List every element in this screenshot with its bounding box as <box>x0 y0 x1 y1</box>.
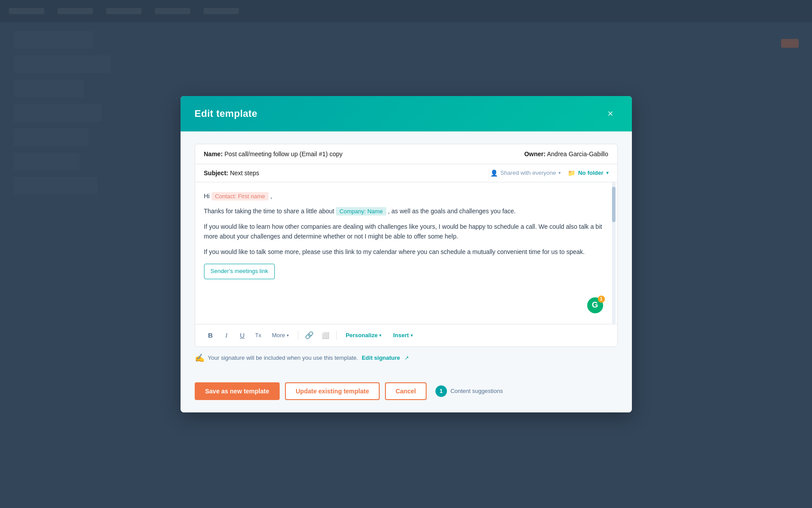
template-subject-field: Subject: Next steps <box>204 169 259 177</box>
folder-label: No folder <box>578 169 603 176</box>
template-owner-field: Owner: Andrea Garcia-Gabillo <box>524 150 608 158</box>
grammarly-notification-badge: 1 <box>598 296 605 303</box>
insert-dropdown-button[interactable]: Insert ▾ <box>389 330 417 341</box>
name-label: Name: <box>204 150 223 158</box>
sharing-label: Shared with everyone <box>500 169 556 176</box>
meetings-link-button[interactable]: Sender's meetings link <box>204 264 275 279</box>
modal-close-button[interactable]: × <box>604 107 618 121</box>
template-name-field: Name: Post call/meeting follow up (Email… <box>204 150 343 158</box>
update-existing-template-button[interactable]: Update existing template <box>285 382 380 400</box>
content-suggestions-count: 1 <box>435 385 447 397</box>
grammarly-badge[interactable]: G 1 <box>587 297 603 313</box>
editor-scrollbar-thumb <box>612 187 616 222</box>
modal-header: Edit template × <box>181 96 632 131</box>
content-suggestions-button[interactable]: 1 Content suggestions <box>435 385 503 397</box>
para2-text: If you would like to learn how other com… <box>204 223 602 240</box>
greeting-line: Hi Contact: First name , <box>204 191 608 201</box>
owner-value: Andrea Garcia-Gabillo <box>547 150 608 158</box>
signature-notice: ✍ Your signature will be included when y… <box>195 347 618 372</box>
template-card: Name: Post call/meeting follow up (Email… <box>195 144 618 347</box>
insert-chevron-icon: ▾ <box>411 333 413 338</box>
image-icon: ⬜ <box>322 332 329 339</box>
modal-footer: Save as new template Update existing tem… <box>181 382 632 412</box>
para3-line: If you would like to talk some more, ple… <box>204 247 608 257</box>
subject-label: Subject: <box>204 169 228 177</box>
content-suggestions-label: Content suggestions <box>450 388 503 394</box>
meetings-link-line: Sender's meetings link <box>204 262 608 279</box>
modal-body: Name: Post call/meeting follow up (Email… <box>181 131 632 382</box>
modal-title: Edit template <box>195 108 258 119</box>
folder-chevron-icon: ▾ <box>606 170 608 175</box>
template-subject-row: Subject: Next steps 👤 Shared with everyo… <box>195 164 617 182</box>
more-dropdown-button[interactable]: More ▾ <box>268 330 294 341</box>
folder-icon: 📁 <box>568 169 575 177</box>
cancel-button[interactable]: Cancel <box>385 382 427 400</box>
toolbar-separator-2 <box>336 331 337 340</box>
para2-line: If you would like to learn how other com… <box>204 222 608 242</box>
image-button[interactable]: ⬜ <box>319 329 332 342</box>
owner-label: Owner: <box>524 150 546 158</box>
toolbar-separator-1 <box>298 331 298 340</box>
editor-scrollbar[interactable] <box>612 182 616 324</box>
company-name-token[interactable]: Company: Name <box>336 207 386 216</box>
para3-text: If you would like to talk some more, ple… <box>204 248 585 255</box>
subject-right-controls: 👤 Shared with everyone ▾ 📁 No folder ▾ <box>490 169 608 177</box>
folder-dropdown[interactable]: 📁 No folder ▾ <box>568 169 608 177</box>
template-name-row: Name: Post call/meeting follow up (Email… <box>195 144 617 164</box>
link-icon: 🔗 <box>305 331 314 339</box>
edit-template-modal: Edit template × Name: Post call/meeting … <box>181 96 632 412</box>
more-chevron-icon: ▾ <box>287 333 289 338</box>
link-button[interactable]: 🔗 <box>303 329 316 342</box>
more-label: More <box>272 332 285 339</box>
email-editor-container: Hi Contact: First name , Thanks for taki… <box>195 182 617 346</box>
insert-label: Insert <box>393 332 408 339</box>
person-icon: 👤 <box>490 169 498 177</box>
clear-format-button[interactable]: Tx <box>252 329 265 342</box>
sharing-dropdown[interactable]: 👤 Shared with everyone ▾ <box>490 169 561 177</box>
personalize-chevron-icon: ▾ <box>379 333 381 338</box>
italic-button[interactable]: I <box>220 329 233 342</box>
signature-icon: ✍ <box>195 353 204 363</box>
subject-value: Next steps <box>230 169 259 177</box>
template-name-value: Post call/meeting follow up (Email #1) c… <box>224 150 343 158</box>
para1-end-text: , as well as the goals and challenges yo… <box>388 208 516 215</box>
comma-text: , <box>270 192 272 200</box>
modal-overlay: Edit template × Name: Post call/meeting … <box>0 0 812 508</box>
bold-button[interactable]: B <box>204 329 217 342</box>
para1-text: Thanks for taking the time to share a li… <box>204 208 335 215</box>
external-link-icon: ↗ <box>404 355 409 361</box>
grammarly-icon: G <box>592 299 598 312</box>
underline-button[interactable]: U <box>236 329 249 342</box>
contact-first-name-token[interactable]: Contact: First name <box>212 192 269 200</box>
edit-signature-link[interactable]: Edit signature <box>362 354 400 361</box>
personalize-label: Personalize <box>346 332 377 339</box>
editor-toolbar: B I U Tx More ▾ 🔗 ⬜ <box>195 324 617 346</box>
email-editor[interactable]: Hi Contact: First name , Thanks for taki… <box>195 182 617 324</box>
sharing-chevron-icon: ▾ <box>558 170 561 175</box>
save-as-new-template-button[interactable]: Save as new template <box>195 382 280 400</box>
personalize-dropdown-button[interactable]: Personalize ▾ <box>341 330 386 341</box>
hi-text: Hi <box>204 192 212 200</box>
para1-line: Thanks for taking the time to share a li… <box>204 206 608 216</box>
signature-notice-text: Your signature will be included when you… <box>208 354 358 361</box>
